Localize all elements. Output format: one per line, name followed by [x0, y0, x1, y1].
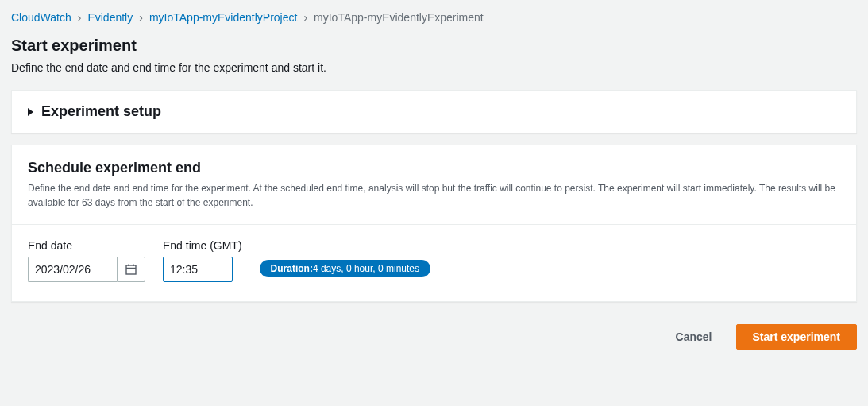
breadcrumb-current: myIoTApp-myEvidentlyExperiment: [314, 11, 484, 24]
calendar-button[interactable]: [117, 257, 145, 282]
chevron-right-icon: ›: [303, 11, 307, 24]
breadcrumb-link-evidently[interactable]: Evidently: [87, 11, 133, 24]
end-time-field: End time (GMT): [163, 239, 242, 282]
end-date-group: [28, 257, 145, 282]
experiment-setup-panel: Experiment setup: [11, 90, 857, 133]
duration-label: Duration:: [271, 263, 313, 274]
schedule-description: Define the end date and end time for the…: [28, 181, 840, 210]
breadcrumb-link-cloudwatch[interactable]: CloudWatch: [11, 11, 71, 24]
experiment-setup-toggle[interactable]: Experiment setup: [12, 91, 856, 133]
schedule-form: End date: [12, 225, 856, 301]
page-title: Start experiment: [11, 37, 857, 55]
breadcrumb-link-project[interactable]: myIoTApp-myEvidentlyProject: [149, 11, 297, 24]
end-date-label: End date: [28, 239, 145, 252]
end-time-input[interactable]: [163, 257, 233, 282]
calendar-icon: [125, 263, 137, 276]
page-description: Define the end date and end time for the…: [11, 61, 857, 74]
end-time-label: End time (GMT): [163, 239, 242, 252]
svg-rect-0: [126, 265, 136, 274]
cancel-button[interactable]: Cancel: [660, 324, 728, 350]
schedule-title: Schedule experiment end: [28, 160, 840, 176]
start-experiment-button[interactable]: Start experiment: [736, 324, 857, 350]
breadcrumb: CloudWatch › Evidently › myIoTApp-myEvid…: [11, 11, 857, 24]
schedule-panel: Schedule experiment end Define the end d…: [11, 145, 857, 302]
schedule-header: Schedule experiment end Define the end d…: [12, 145, 856, 224]
chevron-right-icon: ›: [139, 11, 143, 24]
footer-actions: Cancel Start experiment: [11, 313, 857, 354]
chevron-right-icon: ›: [78, 11, 82, 24]
duration-value: 4 days, 0 hour, 0 minutes: [313, 263, 419, 274]
caret-right-icon: [28, 108, 33, 116]
end-date-field: End date: [28, 239, 145, 282]
experiment-setup-title: Experiment setup: [41, 103, 161, 120]
end-date-input[interactable]: [28, 257, 117, 282]
duration-badge: Duration: 4 days, 0 hour, 0 minutes: [260, 260, 430, 277]
